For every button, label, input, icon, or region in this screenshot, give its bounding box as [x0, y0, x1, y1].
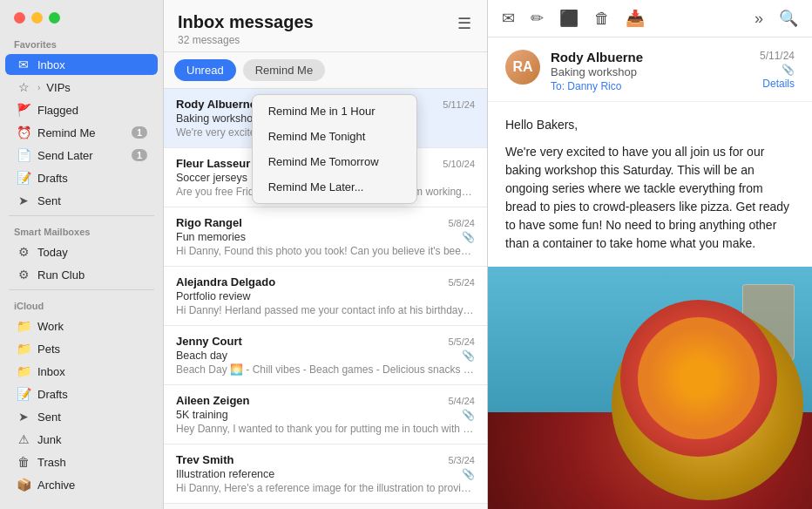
message-item[interactable]: Rigo Rangel 5/8/24 Fun memories 📎 Hi Dan…: [164, 207, 487, 267]
sidebar-item-sent[interactable]: ➤ Sent: [5, 190, 158, 211]
today-icon: ⚙: [16, 245, 31, 259]
remind-tonight-option[interactable]: Remind Me Tonight: [253, 124, 416, 149]
archive-box-icon[interactable]: ⬛: [559, 9, 579, 28]
detail-date: 5/11/24: [760, 50, 795, 62]
folder-icon: 📁: [16, 319, 31, 333]
close-button[interactable]: [14, 12, 25, 24]
message-list-header: Inbox messages 32 messages ☰: [164, 0, 487, 52]
compose-icon[interactable]: ✏: [531, 9, 544, 28]
message-date: 5/5/24: [448, 277, 475, 288]
sidebar-item-label: Drafts: [37, 172, 68, 185]
sidebar-item-label: Trash: [37, 456, 66, 469]
sent-icon: ➤: [16, 193, 31, 207]
sidebar-item-archive[interactable]: 📦 Archive: [5, 474, 158, 495]
sidebar-item-label: Sent: [37, 411, 61, 424]
inbox-icon: ✉: [16, 58, 31, 71]
sidebar-item-icloud-drafts[interactable]: 📝 Drafts: [5, 383, 158, 404]
icloud-inbox-icon: 📁: [16, 364, 31, 378]
details-link[interactable]: Details: [762, 78, 795, 90]
sidebar-item-label: Remind Me: [37, 126, 95, 139]
reply-icon[interactable]: ✉: [502, 9, 515, 28]
detail-sender-name: Rody Albuerne: [551, 50, 749, 64]
sidebar-item-vips[interactable]: ☆ › VIPs: [5, 77, 158, 98]
delete-icon[interactable]: 🗑: [594, 10, 610, 28]
sidebar-item-label: Inbox: [37, 365, 65, 378]
remind-later-option[interactable]: Remind Me Later...: [253, 174, 416, 200]
sender-avatar: RA: [505, 50, 540, 85]
detail-attachment-icon: 📎: [782, 64, 795, 76]
star-icon: ☆: [16, 80, 31, 94]
favorites-section-label: Favorites: [0, 32, 163, 53]
sidebar-item-today[interactable]: ⚙ Today: [5, 241, 158, 262]
email-header: RA Rody Albuerne Baking workshop To: Dan…: [488, 37, 812, 102]
sidebar-item-icloud-inbox[interactable]: 📁 Inbox: [5, 361, 158, 382]
sidebar-item-remind-me[interactable]: ⏰ Remind Me 1: [5, 122, 158, 143]
pizza-background: [488, 267, 812, 509]
sidebar-item-pets[interactable]: 📁 Pets: [5, 338, 158, 359]
sidebar-item-icloud-sent[interactable]: ➤ Sent: [5, 406, 158, 427]
message-item[interactable]: Jenny Court 5/5/24 Beach day 📎 Beach Day…: [164, 326, 487, 385]
message-sender: Alejandra Delgado: [176, 275, 275, 288]
remind-dropdown: Remind Me in 1 Hour Remind Me Tonight Re…: [252, 94, 417, 204]
message-date: 5/4/24: [448, 396, 475, 406]
more-icon[interactable]: »: [754, 10, 763, 28]
filter-remind-button[interactable]: Remind Me: [243, 59, 325, 81]
email-body-text: We're very excited to have you all join …: [505, 143, 795, 253]
sidebar-item-flagged[interactable]: 🚩 Flagged: [5, 99, 158, 120]
divider-1: [9, 215, 154, 216]
message-item[interactable]: Aileen Zeigen 5/4/24 5K training 📎 Hey D…: [164, 385, 487, 445]
sidebar-item-label: Inbox: [37, 58, 65, 71]
sidebar-item-label: VIPs: [46, 81, 70, 94]
message-date: 5/5/24: [448, 336, 475, 347]
message-subject: Portfolio review: [176, 290, 475, 302]
sidebar-item-label: Junk: [37, 433, 61, 446]
minimize-button[interactable]: [31, 12, 43, 24]
email-greeting: Hello Bakers,: [505, 116, 795, 134]
attachment-icon: 📎: [462, 409, 475, 421]
pizza-cheese: [638, 317, 760, 439]
archive-icon: 📦: [16, 478, 31, 492]
message-date: 5/3/24: [448, 455, 475, 465]
search-icon[interactable]: 🔍: [779, 9, 798, 28]
icloud-label: iCloud: [0, 294, 163, 315]
sidebar-item-work[interactable]: 📁 Work: [5, 316, 158, 336]
message-sender: Jenny Court: [176, 335, 242, 348]
remind-tomorrow-option[interactable]: Remind Me Tomorrow: [253, 149, 416, 174]
send-later-icon: 📄: [16, 148, 31, 162]
sidebar-item-inbox[interactable]: ✉ Inbox: [5, 54, 158, 75]
pets-folder-icon: 📁: [16, 342, 31, 356]
message-item[interactable]: Alejandra Delgado 5/5/24 Portfolio revie…: [164, 267, 487, 326]
pizza-plate: [612, 309, 803, 500]
sidebar-item-label: Flagged: [37, 104, 78, 117]
smart-mailboxes-label: Smart Mailboxes: [0, 220, 163, 241]
filter-bar: Unread Remind Me Remind Me in 1 Hour Rem…: [164, 52, 487, 89]
sidebar-item-label: Sent: [37, 194, 61, 207]
sidebar-item-trash[interactable]: 🗑 Trash: [5, 451, 158, 472]
message-subject: 5K training 📎: [176, 409, 475, 421]
email-body: Hello Bakers, We're very excited to have…: [488, 102, 812, 267]
sidebar-item-drafts[interactable]: 📝 Drafts: [5, 167, 158, 188]
message-item[interactable]: Trev Smith 5/3/24 Illustration reference…: [164, 445, 487, 504]
maximize-button[interactable]: [49, 12, 60, 24]
remind-1h-option[interactable]: Remind Me in 1 Hour: [253, 98, 416, 124]
chevron-icon: ›: [37, 83, 40, 92]
move-icon[interactable]: 📥: [626, 9, 645, 28]
message-count: 32 messages: [178, 34, 314, 46]
sidebar: Favorites ✉ Inbox ☆ › VIPs 🚩 Flagged ⏰ R…: [0, 0, 164, 509]
trash-icon: 🗑: [16, 455, 31, 469]
filter-unread-button[interactable]: Unread: [174, 59, 236, 81]
message-sender: Aileen Zeigen: [176, 394, 250, 407]
filter-icon[interactable]: ☰: [456, 12, 473, 35]
flag-icon: 🚩: [16, 103, 31, 117]
sidebar-item-label: Send Later: [37, 149, 93, 162]
remind-icon: ⏰: [16, 126, 31, 139]
sidebar-item-send-later[interactable]: 📄 Send Later 1: [5, 145, 158, 166]
sidebar-item-run-club[interactable]: ⚙ Run Club: [5, 264, 158, 285]
run-club-icon: ⚙: [16, 268, 31, 282]
remind-filter-container: Remind Me Remind Me in 1 Hour Remind Me …: [243, 59, 325, 81]
divider-2: [9, 289, 154, 290]
attachment-icon: 📎: [462, 231, 475, 243]
sidebar-item-junk[interactable]: ⚠ Junk: [5, 429, 158, 450]
recipient-name: Danny Rico: [567, 80, 621, 92]
drafts-icon: 📝: [16, 171, 31, 185]
